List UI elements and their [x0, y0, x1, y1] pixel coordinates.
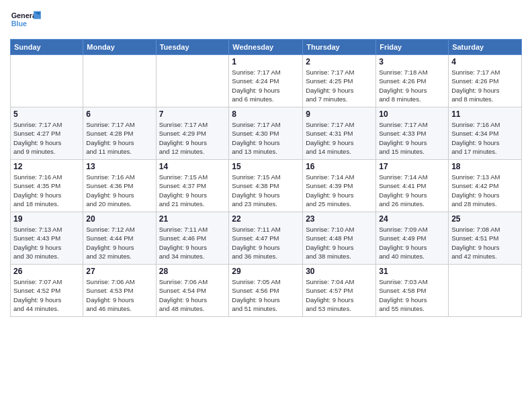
day-number: 25	[451, 214, 519, 224]
day-number: 5	[13, 109, 80, 119]
day-number: 17	[379, 162, 445, 171]
calendar-cell: 26Sunrise: 7:07 AM Sunset: 4:52 PM Dayli…	[11, 265, 83, 317]
day-info: Sunrise: 7:17 AM Sunset: 4:33 PM Dayligh…	[379, 120, 445, 156]
header: General Blue	[10, 7, 522, 34]
day-info: Sunrise: 7:13 AM Sunset: 4:43 PM Dayligh…	[13, 225, 80, 261]
logo: General Blue	[10, 7, 44, 34]
day-info: Sunrise: 7:04 AM Sunset: 4:57 PM Dayligh…	[306, 277, 373, 313]
calendar-cell: 12Sunrise: 7:16 AM Sunset: 4:35 PM Dayli…	[11, 160, 83, 212]
calendar-cell: 16Sunrise: 7:14 AM Sunset: 4:39 PM Dayli…	[303, 160, 376, 212]
calendar-cell	[83, 55, 156, 107]
day-info: Sunrise: 7:14 AM Sunset: 4:39 PM Dayligh…	[306, 173, 373, 208]
day-header-sunday: Sunday	[11, 40, 83, 55]
calendar-cell: 25Sunrise: 7:08 AM Sunset: 4:51 PM Dayli…	[449, 212, 522, 265]
calendar-cell: 13Sunrise: 7:16 AM Sunset: 4:36 PM Dayli…	[83, 160, 156, 212]
day-info: Sunrise: 7:15 AM Sunset: 4:38 PM Dayligh…	[232, 173, 300, 208]
day-info: Sunrise: 7:17 AM Sunset: 4:31 PM Dayligh…	[306, 120, 373, 156]
calendar-cell: 1Sunrise: 7:17 AM Sunset: 4:24 PM Daylig…	[229, 55, 303, 107]
calendar-cell: 21Sunrise: 7:11 AM Sunset: 4:46 PM Dayli…	[156, 212, 229, 265]
calendar-cell: 17Sunrise: 7:14 AM Sunset: 4:41 PM Dayli…	[376, 160, 449, 212]
calendar-cell: 27Sunrise: 7:06 AM Sunset: 4:53 PM Dayli…	[83, 265, 156, 317]
day-info: Sunrise: 7:11 AM Sunset: 4:46 PM Dayligh…	[159, 225, 226, 261]
day-number: 16	[306, 162, 373, 171]
day-info: Sunrise: 7:16 AM Sunset: 4:35 PM Dayligh…	[13, 173, 80, 208]
day-header-tuesday: Tuesday	[156, 40, 229, 55]
day-info: Sunrise: 7:07 AM Sunset: 4:52 PM Dayligh…	[13, 277, 80, 313]
calendar-cell	[156, 55, 229, 107]
calendar-cell: 31Sunrise: 7:03 AM Sunset: 4:58 PM Dayli…	[376, 265, 449, 317]
day-number: 12	[13, 162, 80, 171]
calendar-cell: 10Sunrise: 7:17 AM Sunset: 4:33 PM Dayli…	[376, 107, 449, 160]
calendar-cell: 19Sunrise: 7:13 AM Sunset: 4:43 PM Dayli…	[11, 212, 83, 265]
day-header-wednesday: Wednesday	[229, 40, 303, 55]
day-info: Sunrise: 7:05 AM Sunset: 4:56 PM Dayligh…	[232, 277, 300, 313]
day-info: Sunrise: 7:10 AM Sunset: 4:48 PM Dayligh…	[306, 225, 373, 261]
day-number: 13	[86, 162, 152, 171]
day-info: Sunrise: 7:06 AM Sunset: 4:53 PM Dayligh…	[86, 277, 152, 313]
day-info: Sunrise: 7:12 AM Sunset: 4:44 PM Dayligh…	[86, 225, 152, 261]
day-number: 3	[379, 57, 445, 66]
day-info: Sunrise: 7:16 AM Sunset: 4:34 PM Dayligh…	[451, 120, 519, 156]
day-number: 20	[86, 214, 152, 224]
day-info: Sunrise: 7:17 AM Sunset: 4:30 PM Dayligh…	[232, 120, 300, 156]
day-number: 2	[306, 57, 373, 66]
day-info: Sunrise: 7:17 AM Sunset: 4:26 PM Dayligh…	[451, 68, 519, 103]
day-number: 7	[159, 109, 226, 119]
day-number: 31	[379, 267, 445, 276]
calendar-cell: 28Sunrise: 7:06 AM Sunset: 4:54 PM Dayli…	[156, 265, 229, 317]
day-number: 15	[232, 162, 300, 171]
day-number: 14	[159, 162, 226, 171]
day-info: Sunrise: 7:17 AM Sunset: 4:25 PM Dayligh…	[306, 68, 373, 103]
day-number: 30	[306, 267, 373, 276]
calendar-week-row: 12Sunrise: 7:16 AM Sunset: 4:35 PM Dayli…	[11, 160, 522, 212]
calendar-cell	[11, 55, 83, 107]
day-info: Sunrise: 7:09 AM Sunset: 4:49 PM Dayligh…	[379, 225, 445, 261]
calendar-cell: 23Sunrise: 7:10 AM Sunset: 4:48 PM Dayli…	[303, 212, 376, 265]
calendar-cell: 15Sunrise: 7:15 AM Sunset: 4:38 PM Dayli…	[229, 160, 303, 212]
svg-text:Blue: Blue	[11, 19, 27, 28]
day-info: Sunrise: 7:13 AM Sunset: 4:42 PM Dayligh…	[451, 173, 519, 208]
day-info: Sunrise: 7:17 AM Sunset: 4:29 PM Dayligh…	[159, 120, 226, 156]
calendar-cell: 11Sunrise: 7:16 AM Sunset: 4:34 PM Dayli…	[449, 107, 522, 160]
day-number: 19	[13, 214, 80, 224]
day-info: Sunrise: 7:17 AM Sunset: 4:24 PM Dayligh…	[232, 68, 300, 103]
day-number: 27	[86, 267, 152, 276]
day-info: Sunrise: 7:15 AM Sunset: 4:37 PM Dayligh…	[159, 173, 226, 208]
day-number: 6	[86, 109, 152, 119]
day-number: 29	[232, 267, 300, 276]
day-number: 9	[306, 109, 373, 119]
calendar-cell: 2Sunrise: 7:17 AM Sunset: 4:25 PM Daylig…	[303, 55, 376, 107]
day-number: 21	[159, 214, 226, 224]
day-number: 8	[232, 109, 300, 119]
calendar-cell: 30Sunrise: 7:04 AM Sunset: 4:57 PM Dayli…	[303, 265, 376, 317]
calendar-cell	[449, 265, 522, 317]
day-number: 24	[379, 214, 445, 224]
day-info: Sunrise: 7:17 AM Sunset: 4:28 PM Dayligh…	[86, 120, 152, 156]
day-info: Sunrise: 7:08 AM Sunset: 4:51 PM Dayligh…	[451, 225, 519, 261]
calendar-cell: 7Sunrise: 7:17 AM Sunset: 4:29 PM Daylig…	[156, 107, 229, 160]
calendar-cell: 6Sunrise: 7:17 AM Sunset: 4:28 PM Daylig…	[83, 107, 156, 160]
calendar-table: SundayMondayTuesdayWednesdayThursdayFrid…	[10, 39, 522, 317]
calendar-cell: 4Sunrise: 7:17 AM Sunset: 4:26 PM Daylig…	[449, 55, 522, 107]
calendar-week-row: 19Sunrise: 7:13 AM Sunset: 4:43 PM Dayli…	[11, 212, 522, 265]
calendar-cell: 22Sunrise: 7:11 AM Sunset: 4:47 PM Dayli…	[229, 212, 303, 265]
day-number: 23	[306, 214, 373, 224]
calendar-cell: 9Sunrise: 7:17 AM Sunset: 4:31 PM Daylig…	[303, 107, 376, 160]
day-number: 11	[451, 109, 519, 119]
day-info: Sunrise: 7:11 AM Sunset: 4:47 PM Dayligh…	[232, 225, 300, 261]
day-header-thursday: Thursday	[303, 40, 376, 55]
calendar-cell: 20Sunrise: 7:12 AM Sunset: 4:44 PM Dayli…	[83, 212, 156, 265]
calendar-cell: 3Sunrise: 7:18 AM Sunset: 4:26 PM Daylig…	[376, 55, 449, 107]
calendar-cell: 14Sunrise: 7:15 AM Sunset: 4:37 PM Dayli…	[156, 160, 229, 212]
calendar-cell: 8Sunrise: 7:17 AM Sunset: 4:30 PM Daylig…	[229, 107, 303, 160]
day-number: 22	[232, 214, 300, 224]
calendar-week-row: 1Sunrise: 7:17 AM Sunset: 4:24 PM Daylig…	[11, 55, 522, 107]
logo-icon: General Blue	[10, 7, 44, 34]
calendar-header-row: SundayMondayTuesdayWednesdayThursdayFrid…	[11, 40, 522, 55]
day-info: Sunrise: 7:14 AM Sunset: 4:41 PM Dayligh…	[379, 173, 445, 208]
day-info: Sunrise: 7:06 AM Sunset: 4:54 PM Dayligh…	[159, 277, 226, 313]
day-info: Sunrise: 7:16 AM Sunset: 4:36 PM Dayligh…	[86, 173, 152, 208]
calendar-cell: 5Sunrise: 7:17 AM Sunset: 4:27 PM Daylig…	[11, 107, 83, 160]
day-number: 1	[232, 57, 300, 66]
day-header-saturday: Saturday	[449, 40, 522, 55]
